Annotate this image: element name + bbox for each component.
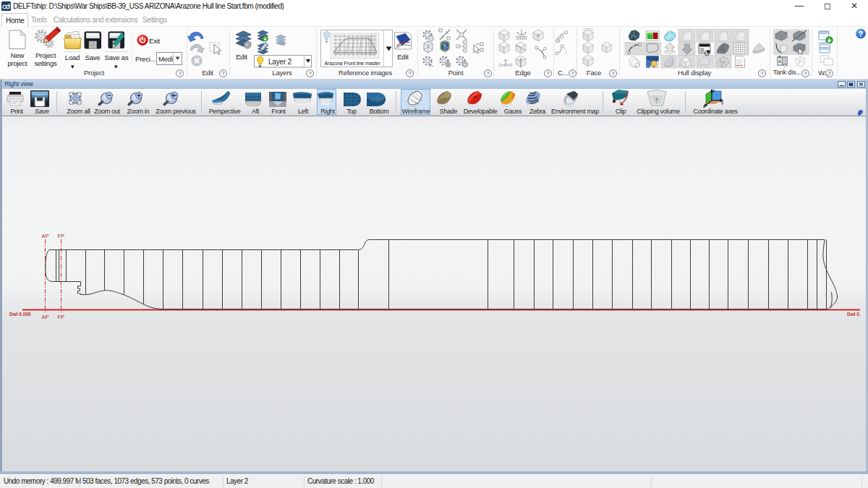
svg-text:Layer 2: Layer 2 [268, 58, 292, 66]
svg-text:FP: FP [58, 233, 65, 239]
svg-text:AP: AP [42, 233, 49, 239]
svg-text:x: x [703, 104, 705, 108]
svg-text:Dwl 0.: Dwl 0. [847, 312, 861, 317]
svg-text:Dwl 0.000: Dwl 0.000 [9, 312, 31, 317]
svg-text:?: ? [859, 30, 863, 38]
svg-text:FP: FP [58, 314, 65, 320]
svg-text:Medi: Medi [158, 55, 173, 63]
svg-text:Y: Y [721, 101, 724, 106]
svg-text:Arazona Front line master: Arazona Front line master [325, 61, 381, 66]
svg-text:AP: AP [42, 314, 49, 320]
